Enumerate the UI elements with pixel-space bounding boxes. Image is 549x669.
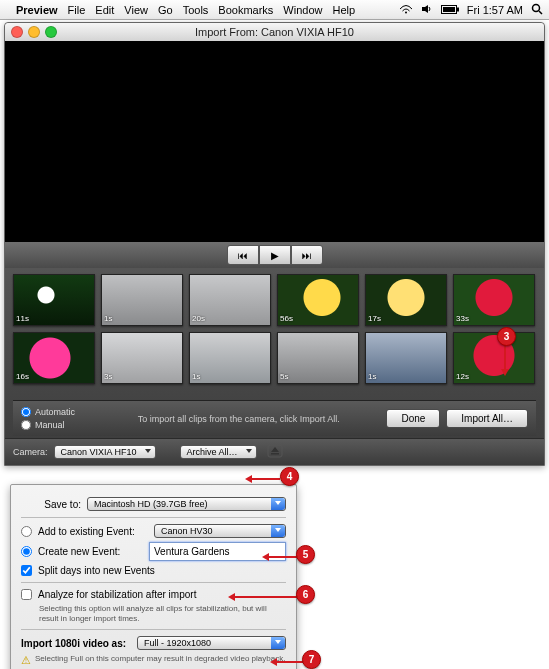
callout-badge-6: 6 xyxy=(296,585,315,604)
menu-window[interactable]: Window xyxy=(283,4,322,16)
menu-edit[interactable]: Edit xyxy=(95,4,114,16)
app-menu[interactable]: Preview xyxy=(16,4,58,16)
menubar: Preview File Edit View Go Tools Bookmark… xyxy=(0,0,549,20)
add-to-existing-label: Add to existing Event: xyxy=(38,526,148,537)
manual-radio[interactable]: Manual xyxy=(21,420,75,430)
clip-thumbnail[interactable]: 20s xyxy=(189,274,271,326)
play-icon: ▶ xyxy=(271,250,279,261)
callout-arrow xyxy=(228,593,297,601)
clip-duration: 20s xyxy=(192,314,205,323)
menu-go[interactable]: Go xyxy=(158,4,173,16)
import-1080i-popup[interactable]: Full - 1920x1080 xyxy=(137,636,286,650)
import-1080i-label: Import 1080i video as: xyxy=(21,638,131,649)
done-button[interactable]: Done xyxy=(386,409,440,428)
clip-thumbnail[interactable]: 3s xyxy=(101,332,183,384)
clip-thumbnail[interactable]: 17s xyxy=(365,274,447,326)
clip-duration: 17s xyxy=(368,314,381,323)
menu-tools[interactable]: Tools xyxy=(183,4,209,16)
clip-duration: 3s xyxy=(104,372,112,381)
manual-label: Manual xyxy=(35,420,65,430)
clip-thumbnail[interactable]: 56s xyxy=(277,274,359,326)
svg-point-0 xyxy=(405,11,407,13)
clip-thumbnail[interactable]: 5s xyxy=(277,332,359,384)
camera-label: Camera: xyxy=(13,447,48,457)
zoom-window-button[interactable] xyxy=(45,26,57,38)
menu-bookmarks[interactable]: Bookmarks xyxy=(218,4,273,16)
create-new-event-radio[interactable] xyxy=(21,546,32,557)
video-preview xyxy=(5,41,544,242)
callout-arrow xyxy=(245,475,280,483)
save-to-label: Save to: xyxy=(21,499,81,510)
analyze-stabilization-label: Analyze for stabilization after import xyxy=(38,589,196,600)
svg-line-5 xyxy=(539,11,542,14)
svg-rect-7 xyxy=(271,453,279,455)
clip-duration: 1s xyxy=(104,314,112,323)
play-button[interactable]: ▶ xyxy=(259,245,291,265)
skip-forward-icon: ⏭ xyxy=(302,250,312,261)
clock[interactable]: Fri 1:57 AM xyxy=(467,4,523,16)
clip-thumbnail[interactable]: 1s xyxy=(101,274,183,326)
clip-duration: 1s xyxy=(192,372,200,381)
import-window: Import From: Canon VIXIA HF10 ⏮ ▶ ⏭ 11s … xyxy=(4,22,545,466)
minimize-window-button[interactable] xyxy=(28,26,40,38)
automatic-radio[interactable]: Automatic xyxy=(21,407,75,417)
wifi-icon[interactable] xyxy=(399,4,413,16)
import-footer: Automatic Manual To import all clips fro… xyxy=(13,400,536,436)
clip-duration: 5s xyxy=(280,372,288,381)
camera-popup[interactable]: Canon VIXIA HF10 xyxy=(54,445,156,459)
split-days-checkbox[interactable] xyxy=(21,565,32,576)
automatic-label: Automatic xyxy=(35,407,75,417)
analyze-hint: Selecting this option will analyze all c… xyxy=(39,604,286,623)
clip-duration: 12s xyxy=(456,372,469,381)
transport-controls: ⏮ ▶ ⏭ xyxy=(5,242,544,268)
add-to-existing-radio[interactable] xyxy=(21,526,32,537)
create-new-event-label: Create new Event: xyxy=(38,546,143,557)
volume-icon[interactable] xyxy=(421,4,433,16)
callout-arrow xyxy=(262,553,297,561)
callout-badge-3: 3 xyxy=(497,327,516,346)
titlebar: Import From: Canon VIXIA HF10 xyxy=(5,23,544,41)
clip-thumbnail[interactable]: 1s xyxy=(365,332,447,384)
spotlight-icon[interactable] xyxy=(531,3,543,17)
callout-badge-7: 7 xyxy=(302,650,321,669)
callout-arrow xyxy=(270,658,303,666)
menu-help[interactable]: Help xyxy=(332,4,355,16)
window-title: Import From: Canon VIXIA HF10 xyxy=(195,26,354,38)
existing-event-popup[interactable]: Canon HV30 xyxy=(154,524,286,538)
warning-icon: ⚠ xyxy=(21,654,31,667)
clip-thumbnail[interactable]: 12s xyxy=(453,332,535,384)
clip-duration: 1s xyxy=(368,372,376,381)
clip-thumbnail[interactable]: 11s xyxy=(13,274,95,326)
full-warning-text: Selecting Full on this computer may resu… xyxy=(35,654,285,664)
split-days-label: Split days into new Events xyxy=(38,565,155,576)
callout-badge-4: 4 xyxy=(280,467,299,486)
svg-rect-3 xyxy=(457,7,459,11)
clip-duration: 56s xyxy=(280,314,293,323)
skip-back-icon: ⏮ xyxy=(238,250,248,261)
callout-arrow xyxy=(505,345,509,376)
analyze-stabilization-checkbox[interactable] xyxy=(21,589,32,600)
import-options-sheet: Save to: Macintosh HD (39.7GB free) Add … xyxy=(10,484,297,669)
close-window-button[interactable] xyxy=(11,26,23,38)
clip-thumbnail[interactable]: 33s xyxy=(453,274,535,326)
next-clip-button[interactable]: ⏭ xyxy=(291,245,323,265)
svg-rect-2 xyxy=(443,7,455,12)
import-all-button[interactable]: Import All… xyxy=(446,409,528,428)
clip-duration: 33s xyxy=(456,314,469,323)
callout-badge-5: 5 xyxy=(296,545,315,564)
menu-view[interactable]: View xyxy=(124,4,148,16)
prev-clip-button[interactable]: ⏮ xyxy=(227,245,259,265)
svg-point-4 xyxy=(533,4,540,11)
clip-thumbnail[interactable]: 1s xyxy=(189,332,271,384)
archive-all-button[interactable]: Archive All… xyxy=(180,445,257,459)
battery-icon[interactable] xyxy=(441,4,459,16)
menu-file[interactable]: File xyxy=(68,4,86,16)
eject-button[interactable] xyxy=(267,444,283,460)
thumbnail-strip: 11s 1s 20s 56s 17s 33s 16s 3s 1s 5s 1s 1… xyxy=(5,268,544,438)
import-hint: To import all clips from the camera, cli… xyxy=(91,414,386,424)
camera-footer: Camera: Canon VIXIA HF10 Archive All… xyxy=(5,438,544,465)
clip-thumbnail[interactable]: 16s xyxy=(13,332,95,384)
clip-duration: 11s xyxy=(16,314,29,323)
save-to-popup[interactable]: Macintosh HD (39.7GB free) xyxy=(87,497,286,511)
clip-duration: 16s xyxy=(16,372,29,381)
